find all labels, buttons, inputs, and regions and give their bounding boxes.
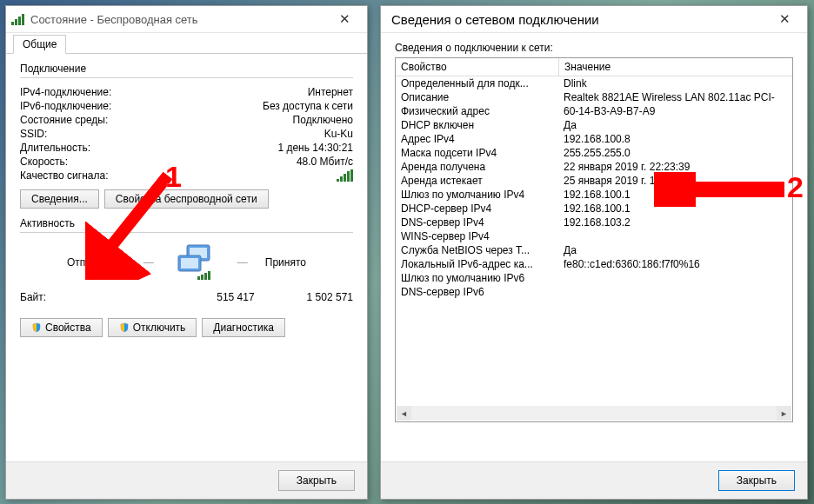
row-bytes: Байт: 515 4171 502 571: [20, 290, 353, 304]
cell-property: Определенный для подк...: [396, 77, 558, 90]
svg-rect-3: [181, 258, 198, 269]
cell-value: [558, 230, 792, 242]
cell-property: Физический адрес: [396, 105, 558, 117]
group-connection: Подключение: [20, 63, 86, 75]
bytes-sent: 515 417: [217, 291, 254, 303]
cell-value: [558, 286, 792, 298]
bottom-bar: Закрыть: [381, 461, 807, 499]
cell-value: Да: [558, 244, 792, 256]
cell-value: 192.168.100.1: [558, 189, 792, 201]
titlebar[interactable]: Сведения о сетевом подключении ✕: [381, 6, 807, 33]
wireless-props-button[interactable]: Свойства беспроводной сети: [104, 189, 269, 209]
scroll-track[interactable]: [411, 406, 777, 421]
cell-value: 192.168.103.2: [558, 216, 792, 229]
list-row[interactable]: ОписаниеRealtek 8821AE Wireless LAN 802.…: [396, 90, 792, 104]
window-title: Состояние - Беспроводная сеть: [30, 13, 327, 26]
details-listview[interactable]: Свойство Значение Определенный для подк.…: [395, 57, 793, 422]
cell-property: DHCP-сервер IPv4: [396, 202, 558, 215]
cell-property: Адрес IPv4: [396, 133, 558, 145]
cell-value: fe80::c1ed:6360:186:f7f0%16: [558, 258, 792, 270]
tab-general[interactable]: Общие: [13, 35, 66, 54]
network-pc-icon: [171, 243, 220, 282]
cell-property: Аренда истекает: [396, 175, 558, 187]
window-body: Сведения о подключении к сети: Свойство …: [381, 33, 807, 431]
cell-property: WINS-сервер IPv4: [396, 230, 558, 242]
list-row[interactable]: Аренда истекает25 января 2019 г. 12:49:3…: [396, 174, 792, 188]
cell-property: Аренда получена: [396, 161, 558, 173]
divider: —: [237, 256, 248, 269]
list-row[interactable]: Служба NetBIOS через T...Да: [396, 243, 792, 257]
list-row[interactable]: WINS-сервер IPv4: [396, 229, 792, 243]
row-media: Состояние среды:Подключено: [20, 113, 353, 127]
signal-icon: [337, 169, 353, 182]
cell-property: Локальный IPv6-адрес ка...: [396, 258, 558, 270]
cell-value: Realtek 8821AE Wireless LAN 802.11ac PCI…: [558, 91, 792, 103]
divider: —: [143, 256, 154, 269]
list-row[interactable]: Локальный IPv6-адрес ка...fe80::c1ed:636…: [396, 257, 792, 271]
cell-value: 60-14-B3-A9-B7-A9: [558, 105, 792, 117]
list-row[interactable]: Маска подсети IPv4255.255.255.0: [396, 146, 792, 160]
cell-property: DNS-сервер IPv4: [396, 216, 558, 229]
row-ssid: SSID:Ku-Ku: [20, 127, 353, 141]
list-row[interactable]: Физический адрес60-14-B3-A9-B7-A9: [396, 104, 792, 118]
list-row[interactable]: DNS-сервер IPv6: [396, 285, 792, 299]
close-button[interactable]: Закрыть: [718, 470, 795, 491]
list-row[interactable]: Адрес IPv4192.168.100.8: [396, 132, 792, 146]
recv-label: Принято: [265, 256, 306, 269]
list-row[interactable]: DNS-сервер IPv4192.168.103.2: [396, 216, 792, 229]
cell-value: 255.255.255.0: [558, 147, 792, 159]
shield-icon: [31, 322, 42, 333]
group-activity: Активность: [20, 217, 75, 229]
svg-rect-6: [204, 273, 207, 280]
column-property[interactable]: Свойство: [396, 58, 559, 76]
row-ipv6: IPv6-подключение:Без доступа к сети: [20, 99, 353, 113]
scroll-left-icon[interactable]: ◄: [397, 406, 411, 421]
bytes-recv: 1 502 571: [307, 291, 353, 303]
diagnose-button[interactable]: Диагностика: [202, 318, 285, 337]
cell-value: Dlink: [558, 77, 792, 90]
bottom-bar: Закрыть: [6, 461, 367, 499]
wifi-icon: [11, 13, 25, 25]
list-row[interactable]: Шлюз по умолчанию IPv6: [396, 271, 792, 285]
properties-button[interactable]: Свойства: [20, 318, 103, 337]
cell-property: DHCP включен: [396, 119, 558, 131]
disable-button[interactable]: Отключить: [108, 318, 197, 337]
close-icon[interactable]: ✕: [767, 9, 802, 30]
activity-panel: Отправлено — — Принято: [20, 243, 353, 282]
cell-property: Служба NetBIOS через T...: [396, 244, 558, 256]
tabs: Общие: [6, 32, 367, 54]
cell-value: Да: [558, 119, 792, 131]
cell-property: Шлюз по умолчанию IPv4: [396, 189, 558, 201]
list-row[interactable]: DHCP-сервер IPv4192.168.100.1: [396, 202, 792, 216]
listview-header[interactable]: Свойство Значение: [396, 58, 792, 76]
details-window: Сведения о сетевом подключении ✕ Сведени…: [380, 5, 808, 500]
cell-property: Маска подсети IPv4: [396, 147, 558, 159]
list-row[interactable]: Определенный для подк...Dlink: [396, 76, 792, 90]
cell-value: 192.168.100.1: [558, 202, 792, 215]
cell-value: [558, 272, 792, 284]
svg-rect-5: [201, 275, 204, 280]
cell-property: Шлюз по умолчанию IPv6: [396, 272, 558, 284]
divider: [20, 77, 353, 78]
cell-property: Описание: [396, 91, 558, 103]
svg-rect-7: [208, 271, 210, 280]
details-button[interactable]: Сведения...: [20, 189, 99, 209]
close-button[interactable]: Закрыть: [278, 470, 355, 491]
list-row[interactable]: DHCP включенДа: [396, 118, 792, 132]
row-duration: Длительность:1 день 14:30:21: [20, 141, 353, 155]
close-icon[interactable]: ✕: [327, 9, 362, 30]
cell-value: 192.168.100.8: [558, 133, 792, 145]
horizontal-scrollbar[interactable]: ◄ ►: [397, 406, 791, 421]
row-ipv4: IPv4-подключение:Интернет: [20, 85, 353, 99]
row-quality: Качество сигнала:: [20, 169, 353, 182]
scroll-right-icon[interactable]: ►: [777, 406, 791, 421]
list-row[interactable]: Аренда получена22 января 2019 г. 22:23:3…: [396, 160, 792, 174]
details-heading: Сведения о подключении к сети:: [395, 42, 793, 54]
titlebar[interactable]: Состояние - Беспроводная сеть ✕: [6, 6, 367, 33]
divider: [20, 232, 353, 233]
list-row[interactable]: Шлюз по умолчанию IPv4192.168.100.1: [396, 188, 792, 202]
cell-value: 25 января 2019 г. 12:49:36: [558, 175, 792, 187]
column-value[interactable]: Значение: [559, 58, 792, 76]
window-title: Сведения о сетевом подключении: [386, 12, 767, 27]
row-speed: Скорость:48.0 Мбит/с: [20, 155, 353, 169]
